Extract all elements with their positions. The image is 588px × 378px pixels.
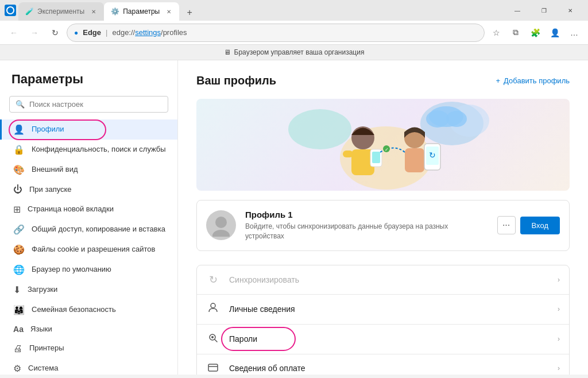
sidebar-item-system[interactable]: ⚙ Система — [0, 358, 177, 375]
experiments-tab-icon: 🧪 — [25, 7, 34, 16]
sidebar-item-default-browser[interactable]: 🌐 Браузер по умолчанию — [0, 260, 177, 280]
svg-point-21 — [212, 230, 230, 237]
profile-avatar — [206, 210, 236, 240]
svg-point-22 — [211, 303, 215, 308]
settings-item-payment[interactable]: Сведения об оплате › — [197, 354, 569, 375]
notif-icon: 🖥 — [224, 48, 231, 56]
svg-point-18 — [426, 110, 449, 128]
cookies-icon: 🍪 — [13, 244, 25, 255]
tab-settings[interactable]: ⚙️ Параметры ✕ — [104, 2, 179, 21]
sidebar-item-languages[interactable]: Аа Языки — [0, 320, 177, 339]
profiles-icon: 👤 — [13, 124, 25, 135]
svg-rect-11 — [405, 148, 424, 172]
address-url: edge://settings/profiles — [112, 28, 187, 37]
title-bar: 🧪 Эксперименты ✕ ⚙️ Параметры ✕ + — ❐ ✕ — [0, 0, 588, 21]
refresh-button[interactable]: ↻ — [46, 24, 64, 42]
sidebar-item-printers[interactable]: 🖨 Принтеры — [0, 339, 177, 358]
collections-icon[interactable]: ⧉ — [506, 24, 525, 42]
toolbar: ← → ↻ ● Edge | edge://settings/profiles … — [0, 21, 588, 45]
search-icon: 🔍 — [16, 100, 25, 109]
sidebar-privacy-label: Конфиденциальность, поиск и службы — [32, 145, 166, 155]
sidebar-cookies-label: Файлы cookie и разрешения сайтов — [32, 245, 155, 254]
tab-experiments[interactable]: 🧪 Эксперименты ✕ — [18, 2, 104, 21]
settings-tab-close[interactable]: ✕ — [165, 7, 172, 16]
search-box[interactable]: 🔍 — [9, 96, 168, 113]
svg-text:✓: ✓ — [385, 147, 389, 152]
profile-actions: ··· Вход — [497, 216, 560, 234]
forward-button[interactable]: → — [25, 24, 44, 42]
sidebar-system-label: Система — [28, 364, 58, 373]
profile-more-button[interactable]: ··· — [497, 216, 516, 234]
sidebar-newtab-label: Страница новой вкладки — [28, 205, 114, 214]
sync-chevron: › — [558, 276, 560, 284]
languages-icon: Аа — [13, 325, 24, 334]
sidebar-item-profiles[interactable]: 👤 Профили — [0, 119, 177, 140]
tab-bar: 🧪 Эксперименты ✕ ⚙️ Параметры ✕ + — [18, 0, 497, 21]
settings-tab-icon: ⚙️ — [111, 7, 119, 16]
sync-label: Синхронизировать — [229, 275, 548, 284]
main-content: Параметры 🔍 👤 Профили 🔒 Конфиденциальнос… — [0, 60, 588, 375]
signin-button[interactable]: Вход — [520, 217, 560, 234]
sidebar-printers-label: Принтеры — [29, 344, 64, 353]
back-button[interactable]: ← — [5, 24, 23, 42]
sync-icon: ↻ — [206, 273, 220, 286]
extensions-icon[interactable]: 🧩 — [526, 24, 544, 42]
address-link: settings — [135, 28, 161, 37]
profile-card: Профиль 1 Войдите, чтобы синхронизироват… — [196, 200, 570, 251]
sidebar-item-appearance[interactable]: 🎨 Внешний вид — [0, 160, 177, 180]
passwords-label: Пароли — [229, 334, 548, 344]
address-brand-icon: ● — [74, 29, 78, 37]
profile-illustration: ↻ ✓ — [274, 101, 492, 190]
passwords-chevron: › — [558, 335, 560, 343]
sidebar-title: Параметры — [0, 72, 177, 96]
sidebar-family-label: Семейная безопасность — [32, 305, 116, 315]
settings-icon[interactable]: … — [565, 24, 583, 42]
notif-text: Браузером управляет ваша организация — [234, 48, 365, 56]
browser-icon — [5, 5, 16, 16]
sidebar-item-downloads[interactable]: ⬇ Загрузки — [0, 280, 177, 300]
address-bar[interactable]: ● Edge | edge://settings/profiles — [67, 24, 485, 42]
sidebar-item-startup[interactable]: ⏻ При запуске — [0, 180, 177, 199]
add-profile-plus-icon: + — [496, 76, 501, 85]
sidebar-default-browser-label: Браузер по умолчанию — [32, 265, 111, 275]
settings-item-personal-info[interactable]: Личные сведения › — [197, 295, 569, 325]
favorites-icon[interactable]: ☆ — [487, 24, 505, 42]
content-header: Ваш профиль + Добавить профиль — [196, 74, 570, 87]
address-separator: | — [106, 28, 107, 37]
experiments-tab-close[interactable]: ✕ — [90, 7, 97, 16]
page-title: Ваш профиль — [196, 74, 276, 87]
printers-icon: 🖨 — [13, 344, 22, 354]
sidebar-item-sharing[interactable]: 🔗 Общий доступ, копирование и вставка — [0, 219, 177, 240]
svg-rect-9 — [372, 152, 380, 163]
settings-item-passwords[interactable]: Пароли › — [197, 325, 569, 354]
minimize-button[interactable]: — — [504, 0, 531, 21]
search-input[interactable] — [29, 100, 162, 109]
sidebar-downloads-label: Загрузки — [28, 285, 57, 295]
sidebar-item-privacy[interactable]: 🔒 Конфиденциальность, поиск и службы — [0, 140, 177, 160]
payment-icon — [206, 362, 220, 375]
system-icon: ⚙ — [13, 363, 21, 374]
svg-point-25 — [211, 336, 214, 338]
downloads-icon: ⬇ — [13, 284, 21, 295]
profile-desc: Войдите, чтобы синхронизировать данные б… — [245, 222, 488, 241]
add-profile-button[interactable]: + Добавить профиль — [496, 76, 570, 85]
new-tab-button[interactable]: + — [181, 5, 198, 21]
settings-tab-label: Параметры — [123, 7, 160, 16]
sidebar-item-family[interactable]: 👨‍👩‍👧 Семейная безопасность — [0, 300, 177, 320]
personal-info-chevron: › — [558, 305, 560, 313]
add-profile-label: Добавить профиль — [504, 76, 570, 85]
profile-info: Профиль 1 Войдите, чтобы синхронизироват… — [245, 210, 488, 241]
svg-point-20 — [215, 217, 227, 228]
notification-bar: 🖥 Браузером управляет ваша организация — [0, 45, 588, 60]
payment-label: Сведения об оплате — [229, 364, 548, 373]
maximize-button[interactable]: ❐ — [531, 0, 557, 21]
profile-icon[interactable]: 👤 — [546, 24, 564, 42]
sidebar-appearance-label: Внешний вид — [32, 165, 78, 175]
window-controls: — ❐ ✕ — [504, 0, 583, 21]
sidebar-languages-label: Языки — [30, 325, 52, 334]
close-button[interactable]: ✕ — [557, 0, 583, 21]
sidebar-item-cookies[interactable]: 🍪 Файлы cookie и разрешения сайтов — [0, 240, 177, 260]
personal-info-icon — [206, 303, 220, 316]
sharing-icon: 🔗 — [13, 224, 25, 235]
sidebar-item-newtab[interactable]: ⊞ Страница новой вкладки — [0, 199, 177, 219]
